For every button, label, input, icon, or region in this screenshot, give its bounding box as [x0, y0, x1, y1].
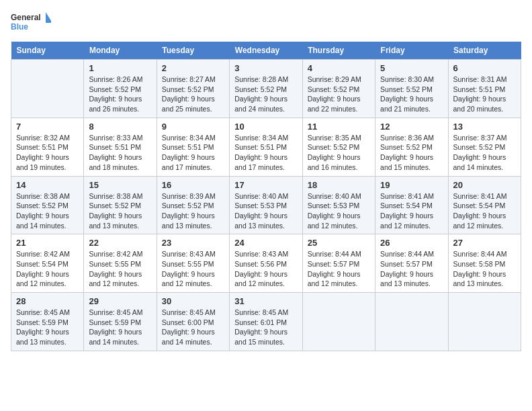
calendar-cell: [448, 293, 521, 351]
calendar-cell: 31Sunrise: 8:45 AMSunset: 6:01 PMDayligh…: [230, 293, 302, 351]
day-info: Sunrise: 8:42 AMSunset: 5:55 PMDaylight:…: [89, 249, 151, 289]
day-info: Sunrise: 8:44 AMSunset: 5:57 PMDaylight:…: [308, 249, 370, 289]
day-number: 9: [162, 122, 224, 132]
calendar-cell: 12Sunrise: 8:36 AMSunset: 5:52 PMDayligh…: [375, 118, 448, 176]
calendar-table: SundayMondayTuesdayWednesdayThursdayFrid…: [11, 42, 521, 351]
day-number: 15: [89, 180, 151, 190]
calendar-week-row: 1Sunrise: 8:26 AMSunset: 5:52 PMDaylight…: [11, 60, 521, 118]
calendar-cell: 1Sunrise: 8:26 AMSunset: 5:52 PMDaylight…: [84, 60, 157, 118]
calendar-cell: 20Sunrise: 8:41 AMSunset: 5:54 PMDayligh…: [448, 176, 521, 234]
day-info: Sunrise: 8:33 AMSunset: 5:51 PMDaylight:…: [89, 133, 151, 173]
day-number: 10: [234, 122, 297, 132]
calendar-cell: 26Sunrise: 8:44 AMSunset: 5:57 PMDayligh…: [375, 234, 448, 293]
calendar-cell: 18Sunrise: 8:40 AMSunset: 5:53 PMDayligh…: [302, 176, 375, 234]
day-number: 19: [380, 180, 443, 190]
weekday-header: Tuesday: [157, 42, 229, 60]
calendar-cell: 11Sunrise: 8:35 AMSunset: 5:52 PMDayligh…: [302, 118, 375, 176]
page-header: General Blue: [11, 11, 521, 35]
calendar-cell: 25Sunrise: 8:44 AMSunset: 5:57 PMDayligh…: [302, 234, 375, 293]
day-number: 16: [162, 180, 224, 190]
logo: General Blue: [11, 11, 51, 35]
day-number: 13: [453, 122, 516, 132]
day-number: 22: [89, 238, 151, 248]
calendar-cell: 16Sunrise: 8:39 AMSunset: 5:52 PMDayligh…: [157, 176, 229, 234]
day-info: Sunrise: 8:38 AMSunset: 5:52 PMDaylight:…: [16, 191, 79, 231]
day-info: Sunrise: 8:45 AMSunset: 6:00 PMDaylight:…: [162, 308, 224, 347]
calendar-cell: 27Sunrise: 8:44 AMSunset: 5:58 PMDayligh…: [448, 234, 521, 293]
calendar-cell: 2Sunrise: 8:27 AMSunset: 5:52 PMDaylight…: [157, 60, 229, 118]
day-info: Sunrise: 8:26 AMSunset: 5:52 PMDaylight:…: [89, 75, 151, 114]
day-info: Sunrise: 8:27 AMSunset: 5:52 PMDaylight:…: [162, 75, 224, 114]
weekday-header: Friday: [375, 42, 448, 60]
day-number: 29: [89, 296, 151, 306]
day-number: 7: [16, 122, 79, 132]
day-number: 30: [162, 296, 224, 306]
day-number: 11: [308, 122, 370, 132]
day-number: 3: [234, 63, 297, 73]
calendar-cell: 30Sunrise: 8:45 AMSunset: 6:00 PMDayligh…: [157, 293, 229, 351]
calendar-cell: 23Sunrise: 8:43 AMSunset: 5:55 PMDayligh…: [157, 234, 229, 293]
calendar-week-row: 21Sunrise: 8:42 AMSunset: 5:54 PMDayligh…: [11, 234, 521, 293]
svg-text:Blue: Blue: [11, 22, 28, 32]
day-info: Sunrise: 8:41 AMSunset: 5:54 PMDaylight:…: [380, 191, 443, 231]
day-info: Sunrise: 8:44 AMSunset: 5:58 PMDaylight:…: [453, 249, 516, 289]
day-info: Sunrise: 8:31 AMSunset: 5:51 PMDaylight:…: [453, 75, 516, 114]
day-number: 28: [16, 296, 79, 306]
calendar-cell: 15Sunrise: 8:38 AMSunset: 5:52 PMDayligh…: [84, 176, 157, 234]
day-number: 27: [453, 238, 516, 248]
day-number: 5: [380, 63, 443, 73]
calendar-cell: 8Sunrise: 8:33 AMSunset: 5:51 PMDaylight…: [84, 118, 157, 176]
calendar-cell: [375, 293, 448, 351]
svg-text:General: General: [11, 13, 41, 22]
calendar-cell: 17Sunrise: 8:40 AMSunset: 5:53 PMDayligh…: [230, 176, 302, 234]
day-info: Sunrise: 8:44 AMSunset: 5:57 PMDaylight:…: [380, 249, 443, 289]
calendar-cell: 21Sunrise: 8:42 AMSunset: 5:54 PMDayligh…: [11, 234, 84, 293]
weekday-header: Wednesday: [230, 42, 302, 60]
day-number: 8: [89, 122, 151, 132]
calendar-cell: [302, 293, 375, 351]
day-info: Sunrise: 8:45 AMSunset: 5:59 PMDaylight:…: [89, 308, 151, 347]
calendar-cell: 5Sunrise: 8:30 AMSunset: 5:52 PMDaylight…: [375, 60, 448, 118]
day-info: Sunrise: 8:30 AMSunset: 5:52 PMDaylight:…: [380, 75, 443, 114]
day-info: Sunrise: 8:41 AMSunset: 5:54 PMDaylight:…: [453, 191, 516, 231]
calendar-cell: 6Sunrise: 8:31 AMSunset: 5:51 PMDaylight…: [448, 60, 521, 118]
calendar-week-row: 28Sunrise: 8:45 AMSunset: 5:59 PMDayligh…: [11, 293, 521, 351]
weekday-header: Monday: [84, 42, 157, 60]
day-info: Sunrise: 8:29 AMSunset: 5:52 PMDaylight:…: [308, 75, 370, 114]
day-info: Sunrise: 8:42 AMSunset: 5:54 PMDaylight:…: [16, 249, 79, 289]
day-info: Sunrise: 8:28 AMSunset: 5:52 PMDaylight:…: [234, 75, 297, 114]
day-number: 6: [453, 63, 516, 73]
calendar-cell: 24Sunrise: 8:43 AMSunset: 5:56 PMDayligh…: [230, 234, 302, 293]
day-info: Sunrise: 8:36 AMSunset: 5:52 PMDaylight:…: [380, 133, 443, 173]
calendar-cell: 22Sunrise: 8:42 AMSunset: 5:55 PMDayligh…: [84, 234, 157, 293]
weekday-header: Sunday: [11, 42, 84, 60]
day-number: 17: [234, 180, 297, 190]
day-info: Sunrise: 8:40 AMSunset: 5:53 PMDaylight:…: [308, 191, 370, 231]
day-number: 4: [308, 63, 370, 73]
calendar-week-row: 14Sunrise: 8:38 AMSunset: 5:52 PMDayligh…: [11, 176, 521, 234]
calendar-cell: 3Sunrise: 8:28 AMSunset: 5:52 PMDaylight…: [230, 60, 302, 118]
day-number: 1: [89, 63, 151, 73]
day-number: 23: [162, 238, 224, 248]
day-number: 21: [16, 238, 79, 248]
logo-svg: General Blue: [11, 11, 51, 35]
day-info: Sunrise: 8:45 AMSunset: 6:01 PMDaylight:…: [234, 308, 297, 347]
day-info: Sunrise: 8:34 AMSunset: 5:51 PMDaylight:…: [162, 133, 224, 173]
calendar-header-row: SundayMondayTuesdayWednesdayThursdayFrid…: [11, 42, 521, 60]
calendar-cell: 7Sunrise: 8:32 AMSunset: 5:51 PMDaylight…: [11, 118, 84, 176]
calendar-cell: 14Sunrise: 8:38 AMSunset: 5:52 PMDayligh…: [11, 176, 84, 234]
weekday-header: Saturday: [448, 42, 521, 60]
calendar-cell: 9Sunrise: 8:34 AMSunset: 5:51 PMDaylight…: [157, 118, 229, 176]
calendar-body: 1Sunrise: 8:26 AMSunset: 5:52 PMDaylight…: [11, 60, 521, 351]
day-number: 14: [16, 180, 79, 190]
day-info: Sunrise: 8:32 AMSunset: 5:51 PMDaylight:…: [16, 133, 79, 173]
day-number: 26: [380, 238, 443, 248]
day-number: 25: [308, 238, 370, 248]
day-number: 12: [380, 122, 443, 132]
day-info: Sunrise: 8:43 AMSunset: 5:56 PMDaylight:…: [234, 249, 297, 289]
day-info: Sunrise: 8:37 AMSunset: 5:52 PMDaylight:…: [453, 133, 516, 173]
day-info: Sunrise: 8:40 AMSunset: 5:53 PMDaylight:…: [234, 191, 297, 231]
calendar-cell: 13Sunrise: 8:37 AMSunset: 5:52 PMDayligh…: [448, 118, 521, 176]
calendar-cell: 29Sunrise: 8:45 AMSunset: 5:59 PMDayligh…: [84, 293, 157, 351]
day-number: 20: [453, 180, 516, 190]
